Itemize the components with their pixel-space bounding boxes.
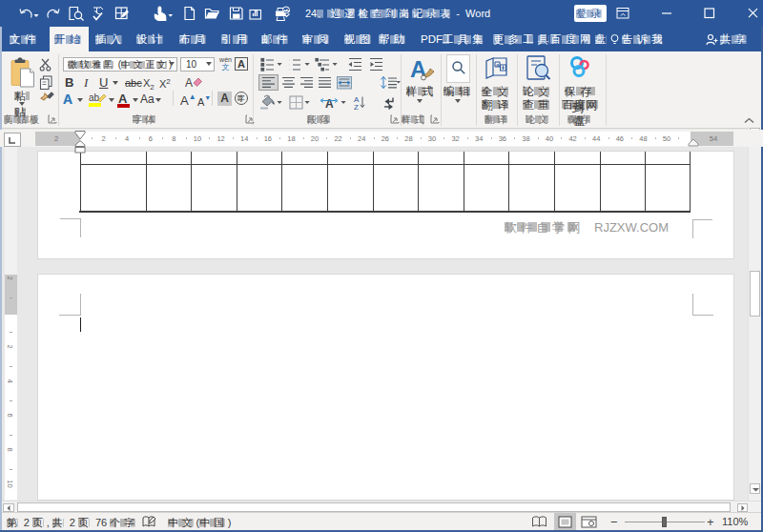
svg-text:A: A — [325, 97, 334, 111]
svg-text:Z: Z — [354, 103, 359, 111]
svg-text:ab: ab — [89, 92, 100, 103]
svg-text:A: A — [185, 76, 193, 90]
